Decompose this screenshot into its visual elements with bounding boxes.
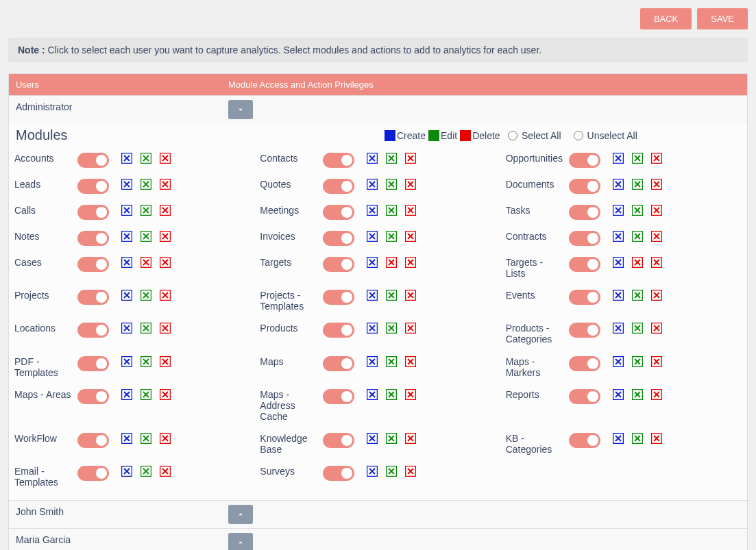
edit-checkbox[interactable] [141, 257, 151, 268]
module-toggle[interactable] [569, 257, 600, 272]
delete-checkbox[interactable] [405, 179, 416, 190]
edit-checkbox[interactable] [632, 356, 643, 367]
module-toggle[interactable] [77, 356, 109, 371]
module-toggle[interactable] [77, 290, 109, 305]
delete-checkbox[interactable] [160, 466, 171, 477]
create-checkbox[interactable] [367, 231, 378, 242]
delete-checkbox[interactable] [405, 466, 416, 477]
edit-checkbox[interactable] [141, 205, 151, 216]
edit-checkbox[interactable] [386, 433, 397, 444]
create-checkbox[interactable] [121, 389, 132, 400]
edit-checkbox[interactable] [386, 257, 397, 268]
create-checkbox[interactable] [121, 153, 132, 164]
edit-checkbox[interactable] [141, 323, 151, 334]
module-toggle[interactable] [77, 433, 109, 448]
delete-checkbox[interactable] [405, 257, 416, 268]
edit-checkbox[interactable] [141, 231, 151, 242]
delete-checkbox[interactable] [160, 257, 171, 268]
edit-checkbox[interactable] [386, 179, 397, 190]
delete-checkbox[interactable] [405, 290, 416, 301]
create-checkbox[interactable] [613, 356, 624, 367]
delete-checkbox[interactable] [651, 179, 662, 190]
edit-checkbox[interactable] [632, 389, 643, 400]
module-toggle[interactable] [323, 389, 354, 404]
expand-button[interactable] [228, 533, 253, 550]
unselect-all-radio[interactable]: Unselect All [574, 130, 637, 141]
edit-checkbox[interactable] [141, 389, 151, 400]
edit-checkbox[interactable] [386, 466, 397, 477]
module-toggle[interactable] [323, 323, 354, 338]
back-button[interactable]: BACK [640, 8, 692, 29]
delete-checkbox[interactable] [405, 231, 416, 242]
create-checkbox[interactable] [367, 389, 378, 400]
select-all-radio[interactable]: Select All [508, 130, 561, 141]
create-checkbox[interactable] [121, 323, 132, 334]
create-checkbox[interactable] [367, 433, 378, 444]
module-toggle[interactable] [323, 433, 354, 448]
expand-button[interactable] [228, 505, 253, 524]
edit-checkbox[interactable] [386, 290, 397, 301]
delete-checkbox[interactable] [651, 323, 662, 334]
edit-checkbox[interactable] [386, 356, 397, 367]
edit-checkbox[interactable] [386, 205, 397, 216]
edit-checkbox[interactable] [141, 466, 151, 477]
select-all-input[interactable] [508, 131, 517, 140]
edit-checkbox[interactable] [141, 290, 151, 301]
edit-checkbox[interactable] [386, 231, 397, 242]
create-checkbox[interactable] [121, 179, 132, 190]
delete-checkbox[interactable] [405, 389, 416, 400]
edit-checkbox[interactable] [141, 153, 151, 164]
module-toggle[interactable] [569, 179, 600, 194]
create-checkbox[interactable] [613, 231, 624, 242]
module-toggle[interactable] [323, 356, 354, 371]
module-toggle[interactable] [569, 433, 600, 448]
delete-checkbox[interactable] [405, 153, 416, 164]
delete-checkbox[interactable] [651, 389, 662, 400]
delete-checkbox[interactable] [405, 205, 416, 216]
unselect-all-input[interactable] [574, 131, 583, 140]
create-checkbox[interactable] [121, 231, 132, 242]
delete-checkbox[interactable] [651, 257, 662, 268]
delete-checkbox[interactable] [651, 231, 662, 242]
edit-checkbox[interactable] [386, 323, 397, 334]
module-toggle[interactable] [77, 323, 109, 338]
module-toggle[interactable] [323, 257, 354, 272]
module-toggle[interactable] [569, 323, 600, 338]
create-checkbox[interactable] [613, 389, 624, 400]
edit-checkbox[interactable] [632, 205, 643, 216]
create-checkbox[interactable] [367, 356, 378, 367]
edit-checkbox[interactable] [632, 257, 643, 268]
edit-checkbox[interactable] [632, 433, 643, 444]
edit-checkbox[interactable] [632, 323, 643, 334]
create-checkbox[interactable] [121, 257, 132, 268]
module-toggle[interactable] [77, 389, 109, 404]
module-toggle[interactable] [569, 389, 600, 404]
module-toggle[interactable] [77, 231, 109, 246]
edit-checkbox[interactable] [386, 389, 397, 400]
create-checkbox[interactable] [367, 179, 378, 190]
delete-checkbox[interactable] [160, 433, 171, 444]
create-checkbox[interactable] [613, 433, 624, 444]
module-toggle[interactable] [569, 153, 600, 168]
create-checkbox[interactable] [367, 466, 378, 477]
create-checkbox[interactable] [613, 179, 624, 190]
create-checkbox[interactable] [613, 323, 624, 334]
module-toggle[interactable] [77, 179, 109, 194]
create-checkbox[interactable] [613, 153, 624, 164]
create-checkbox[interactable] [121, 433, 132, 444]
edit-checkbox[interactable] [141, 433, 151, 444]
create-checkbox[interactable] [367, 153, 378, 164]
create-checkbox[interactable] [367, 257, 378, 268]
module-toggle[interactable] [77, 257, 109, 272]
delete-checkbox[interactable] [160, 231, 171, 242]
module-toggle[interactable] [569, 231, 600, 246]
module-toggle[interactable] [569, 356, 600, 371]
edit-checkbox[interactable] [632, 179, 643, 190]
edit-checkbox[interactable] [632, 231, 643, 242]
collapse-button[interactable] [228, 100, 253, 119]
module-toggle[interactable] [569, 205, 600, 220]
create-checkbox[interactable] [121, 290, 132, 301]
delete-checkbox[interactable] [651, 290, 662, 301]
save-button[interactable]: SAVE [697, 8, 748, 29]
delete-checkbox[interactable] [160, 205, 171, 216]
